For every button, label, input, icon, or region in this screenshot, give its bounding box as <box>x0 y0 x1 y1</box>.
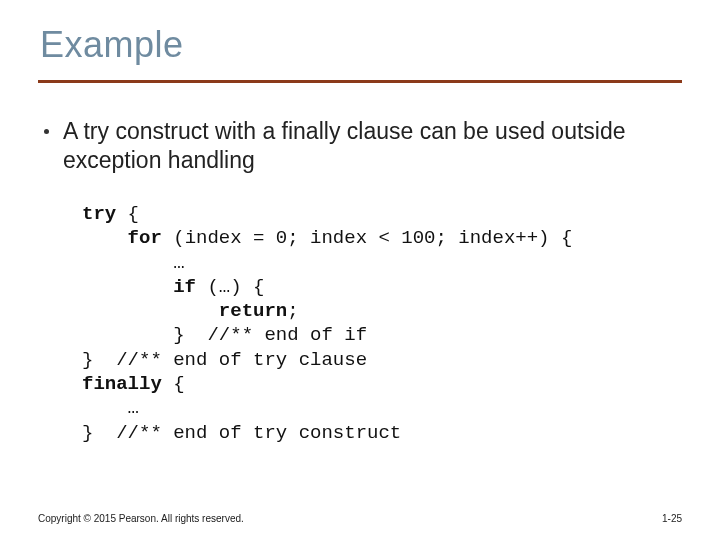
code-text: } //** end of try construct <box>82 422 401 444</box>
code-kw-try: try <box>82 203 116 225</box>
code-text: … <box>82 252 185 274</box>
page-number: 1-25 <box>662 513 682 524</box>
code-text: … <box>82 397 139 419</box>
code-kw-if: if <box>82 276 196 298</box>
copyright-text: Copyright © 2015 Pearson. All rights res… <box>38 513 244 524</box>
title-underline <box>38 80 682 83</box>
code-kw-return: return <box>82 300 287 322</box>
code-text: { <box>116 203 139 225</box>
code-text: ; <box>287 300 298 322</box>
slide-footer: Copyright © 2015 Pearson. All rights res… <box>38 513 682 524</box>
bullet-text: A try construct with a finally clause ca… <box>63 117 682 176</box>
bullet-dot-icon <box>44 129 49 134</box>
code-text: (index = 0; index < 100; index++) { <box>162 227 572 249</box>
code-kw-finally: finally <box>82 373 162 395</box>
bullet-item: A try construct with a finally clause ca… <box>38 117 682 176</box>
code-text: } //** end of if <box>82 324 367 346</box>
code-kw-for: for <box>82 227 162 249</box>
code-text: (…) { <box>196 276 264 298</box>
slide-title: Example <box>40 24 682 66</box>
code-text: { <box>162 373 185 395</box>
slide: Example A try construct with a finally c… <box>0 0 720 540</box>
code-text: } //** end of try clause <box>82 349 367 371</box>
code-block: try { for (index = 0; index < 100; index… <box>82 202 682 445</box>
